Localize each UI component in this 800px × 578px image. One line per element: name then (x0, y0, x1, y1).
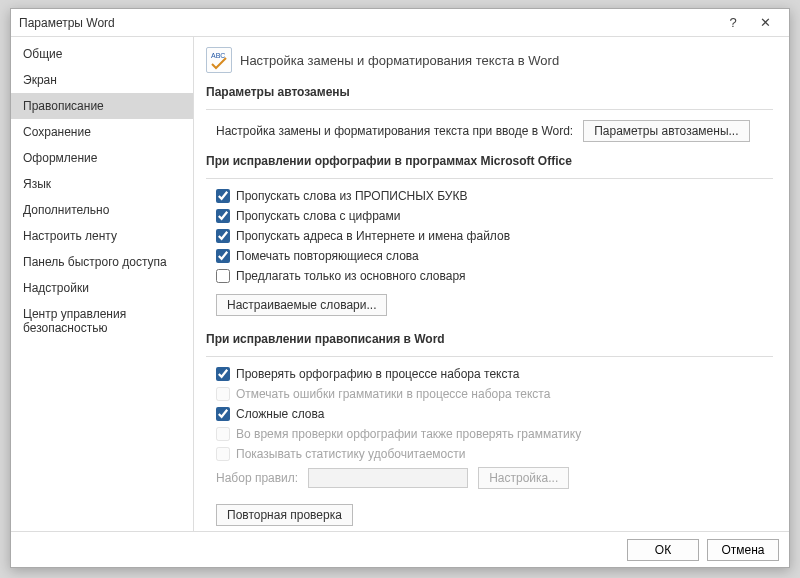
divider (206, 178, 773, 179)
help-button[interactable]: ? (717, 15, 749, 30)
sidebar-item-trust-center[interactable]: Центр управления безопасностью (11, 301, 193, 341)
sidebar-item-proofing[interactable]: Правописание (11, 93, 193, 119)
ruleset-label: Набор правил: (216, 471, 298, 485)
sidebar-item-advanced[interactable]: Дополнительно (11, 197, 193, 223)
opt-main-dict-only[interactable]: Предлагать только из основного словаря (216, 269, 773, 283)
opt-ignore-urls[interactable]: Пропускать адреса в Интернете и имена фа… (216, 229, 773, 243)
opt-check-spelling-typing[interactable]: Проверять орфографию в процессе набора т… (216, 367, 773, 381)
autocorrect-desc: Настройка замены и форматирования текста… (216, 124, 573, 138)
divider (206, 356, 773, 357)
content-wrap: ABC Настройка замены и форматирования те… (194, 37, 789, 531)
ruleset-settings-button: Настройка... (478, 467, 569, 489)
opt-ignore-uppercase[interactable]: Пропускать слова из ПРОПИСНЫХ БУКВ (216, 189, 773, 203)
ruleset-row: Набор правил: Настройка... (216, 467, 773, 489)
sidebar: Общие Экран Правописание Сохранение Офор… (11, 37, 194, 531)
dialog-footer: ОК Отмена (11, 531, 789, 567)
opt-compound-words[interactable]: Сложные слова (216, 407, 773, 421)
opt-flag-repeated[interactable]: Помечать повторяющиеся слова (216, 249, 773, 263)
section-spelling-office-title: При исправлении орфографии в программах … (206, 154, 773, 168)
custom-dictionaries-button[interactable]: Настраиваемые словари... (216, 294, 387, 316)
page-heading: ABC Настройка замены и форматирования те… (206, 47, 773, 73)
ok-button[interactable]: ОК (627, 539, 699, 561)
options-dialog: Параметры Word ? ✕ Общие Экран Правописа… (10, 8, 790, 568)
cancel-button[interactable]: Отмена (707, 539, 779, 561)
dialog-body: Общие Экран Правописание Сохранение Офор… (11, 37, 789, 531)
page-heading-text: Настройка замены и форматирования текста… (240, 53, 559, 68)
opt-check-grammar-with-spelling: Во время проверки орфографии также прове… (216, 427, 773, 441)
recheck-button[interactable]: Повторная проверка (216, 504, 353, 526)
sidebar-item-general[interactable]: Общие (11, 41, 193, 67)
sidebar-item-quick-access[interactable]: Панель быстрого доступа (11, 249, 193, 275)
section-spelling-word-title: При исправлении правописания в Word (206, 332, 773, 346)
sidebar-item-save[interactable]: Сохранение (11, 119, 193, 145)
titlebar: Параметры Word ? ✕ (11, 9, 789, 37)
section-autocorrect-title: Параметры автозамены (206, 85, 773, 99)
autocorrect-options-button[interactable]: Параметры автозамены... (583, 120, 749, 142)
ruleset-combo (308, 468, 468, 488)
opt-readability-stats: Показывать статистику удобочитаемости (216, 447, 773, 461)
svg-text:ABC: ABC (211, 52, 225, 59)
opt-ignore-numbers[interactable]: Пропускать слова с цифрами (216, 209, 773, 223)
sidebar-item-display[interactable]: Экран (11, 67, 193, 93)
sidebar-item-customize-ribbon[interactable]: Настроить ленту (11, 223, 193, 249)
abc-check-icon: ABC (206, 47, 232, 73)
opt-mark-grammar-typing: Отмечать ошибки грамматики в процессе на… (216, 387, 773, 401)
window-title: Параметры Word (19, 16, 717, 30)
sidebar-item-addins[interactable]: Надстройки (11, 275, 193, 301)
divider (206, 109, 773, 110)
sidebar-item-design[interactable]: Оформление (11, 145, 193, 171)
autocorrect-row: Настройка замены и форматирования текста… (216, 120, 773, 142)
sidebar-item-language[interactable]: Язык (11, 171, 193, 197)
close-button[interactable]: ✕ (749, 15, 781, 30)
content-pane: ABC Настройка замены и форматирования те… (194, 37, 789, 531)
